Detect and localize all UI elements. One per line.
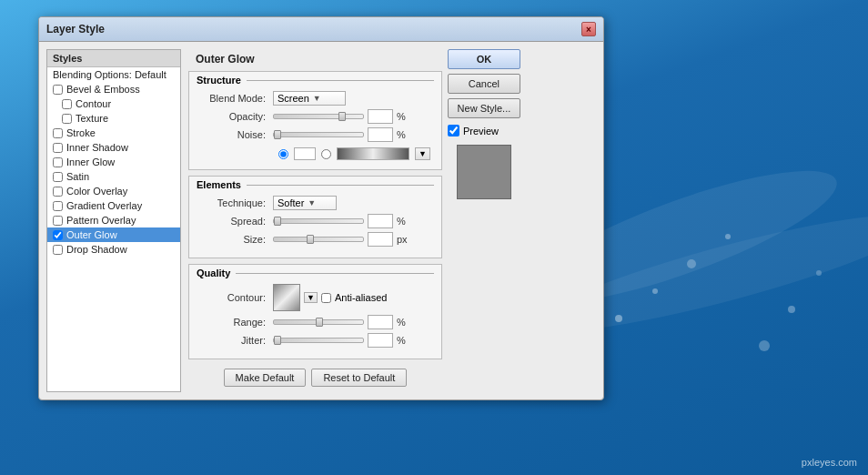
new-style-button[interactable]: New Style... [448,98,520,118]
color-overlay-checkbox[interactable] [53,187,63,197]
main-content: Outer Glow Structure Blend Mode: [188,49,442,392]
sidebar-item-bevel-emboss[interactable]: Bevel & Emboss [47,82,180,96]
contour-label: Contour [76,98,111,109]
bevel-emboss-checkbox[interactable] [53,85,63,95]
color-dropdown-button[interactable]: ▼ [415,147,430,160]
sidebar-item-inner-shadow[interactable]: Inner Shadow [47,140,180,155]
sidebar-item-pattern-overlay[interactable]: Pattern Overlay [47,213,180,227]
satin-checkbox[interactable] [53,172,63,182]
range-row: Range: 50 % [200,315,430,329]
range-slider[interactable] [273,319,364,325]
blend-mode-arrow: ▼ [313,94,321,103]
sidebar-item-gradient-overlay[interactable]: Gradient Overlay [47,198,180,213]
inner-shadow-checkbox[interactable] [53,143,63,153]
main-right: Outer Glow Structure Blend Mode: [188,49,520,392]
outer-glow-label: Outer Glow [66,229,117,240]
jitter-thumb[interactable] [274,336,281,345]
svg-point-4 [687,259,696,268]
opacity-thumb[interactable] [338,112,346,121]
sidebar-item-contour[interactable]: Contour [47,96,180,111]
jitter-label: Jitter: [200,335,273,346]
preview-checkbox[interactable] [448,125,459,136]
sidebar-item-satin[interactable]: Satin [47,169,180,184]
range-thumb[interactable] [316,318,323,327]
opacity-label: Opacity: [200,111,273,122]
contour-preview[interactable] [273,284,300,311]
structure-title: Structure [197,75,241,86]
size-slider[interactable] [273,237,364,242]
range-input[interactable]: 50 [368,315,393,329]
color-solid-swatch[interactable] [294,147,316,160]
bottom-buttons: Make Default Reset to Default [188,365,442,392]
opacity-slider[interactable] [273,114,364,119]
cancel-button[interactable]: Cancel [448,74,520,94]
outer-glow-checkbox[interactable] [53,230,63,240]
contour-row-label: Contour: [200,292,273,303]
opacity-control: 77 % [273,109,430,124]
noise-input[interactable]: 0 [368,127,393,142]
svg-point-7 [788,306,795,313]
pattern-overlay-checkbox[interactable] [53,216,63,226]
spread-label: Spread: [200,216,273,227]
preview-checkbox-row: Preview [448,125,520,136]
elements-divider [247,185,434,186]
range-unit: % [397,317,413,328]
sidebar-item-blending-options[interactable]: Blending Options: Default [47,67,180,82]
contour-checkbox[interactable] [62,99,72,109]
drop-shadow-checkbox[interactable] [53,245,63,255]
technique-control: Softer ▼ [273,196,430,210]
size-control: 16 px [273,232,430,247]
drop-shadow-label: Drop Shadow [66,244,127,255]
reset-to-default-button[interactable]: Reset to Default [311,369,407,387]
dialog-body: Styles Blending Options: Default Bevel &… [39,42,603,399]
jitter-slider[interactable] [273,338,364,343]
spread-thumb[interactable] [274,217,281,226]
elements-title: Elements [197,179,241,190]
sidebar-item-color-overlay[interactable]: Color Overlay [47,184,180,198]
opacity-input[interactable]: 77 [368,109,393,124]
noise-slider[interactable] [273,132,364,137]
blend-mode-select[interactable]: Screen ▼ [273,91,346,106]
quality-body: Contour: ▼ Anti-aliased Range: [189,280,441,359]
technique-select[interactable]: Softer ▼ [273,196,337,210]
jitter-control: 0 % [273,333,430,348]
svg-point-5 [725,234,731,239]
sidebar-item-texture[interactable]: Texture [47,111,180,126]
close-button[interactable]: × [581,22,596,36]
sidebar-item-drop-shadow[interactable]: Drop Shadow [47,242,180,257]
make-default-button[interactable]: Make Default [224,369,307,387]
stroke-checkbox[interactable] [53,128,63,138]
inner-glow-checkbox[interactable] [53,157,63,167]
stroke-label: Stroke [66,127,96,138]
spread-input[interactable]: 0 [368,214,393,228]
elements-panel: Elements Technique: Softer ▼ [188,176,442,258]
color-solid-radio[interactable] [278,149,288,159]
preview-label: Preview [463,126,499,136]
structure-body: Blend Mode: Screen ▼ Opacit [189,87,441,169]
bevel-emboss-label: Bevel & Emboss [66,84,140,95]
noise-row: Noise: 0 % [200,127,430,142]
color-gradient-swatch[interactable] [337,147,409,160]
size-input[interactable]: 16 [368,232,393,247]
ok-button[interactable]: OK [448,49,520,69]
noise-label: Noise: [200,129,273,140]
sidebar-item-stroke[interactable]: Stroke [47,126,180,140]
gradient-overlay-checkbox[interactable] [53,201,63,211]
watermark: pxleyes.com [802,457,857,468]
size-thumb[interactable] [307,235,314,244]
color-options-row: ▼ [200,146,430,162]
spread-slider[interactable] [273,218,364,224]
texture-checkbox[interactable] [62,114,72,124]
range-control: 50 % [273,315,430,329]
jitter-input[interactable]: 0 [368,333,393,348]
anti-aliased-checkbox[interactable] [321,293,331,303]
size-label: Size: [200,234,273,245]
size-unit: px [397,234,413,245]
contour-dropdown-button[interactable]: ▼ [304,292,318,303]
technique-label: Technique: [200,197,273,208]
svg-point-6 [759,340,770,351]
sidebar-item-outer-glow[interactable]: Outer Glow [47,227,180,242]
noise-thumb[interactable] [274,130,281,139]
color-gradient-radio[interactable] [321,149,331,159]
sidebar-item-inner-glow[interactable]: Inner Glow [47,155,180,169]
